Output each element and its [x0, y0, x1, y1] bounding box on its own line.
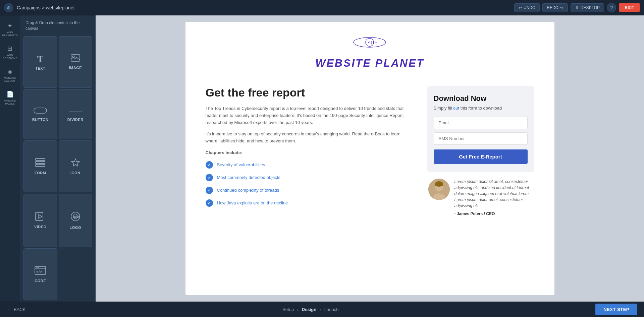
step-launch: Launch [324, 307, 339, 312]
text-icon: T [37, 54, 44, 64]
canvas-page: <|7> WEBSITE PLANET Get the free report … [185, 22, 554, 295]
list-item-4: ✓ How Java exploits are on the decline [206, 199, 414, 207]
manage-pages-icon: 📄 [6, 90, 14, 98]
svg-rect-2 [34, 108, 47, 113]
help-icon: ? [610, 5, 613, 10]
elements-sidebar: Drag & Drop elements into the canvas T T… [20, 15, 96, 302]
button-label: BUTTON [32, 118, 49, 122]
element-text[interactable]: T TEXT [23, 36, 57, 88]
element-button[interactable]: BUTTON [23, 89, 57, 139]
logo-text: WEBSITE PLANET [315, 57, 424, 69]
download-box: Download Now Simply fill out this form t… [427, 86, 534, 172]
list-item-3-text: Continued complexity of threads [217, 188, 279, 193]
add-sections-label: ADD SECTIONS [3, 54, 17, 60]
content-right: Download Now Simply fill out this form t… [427, 86, 534, 217]
exit-button[interactable]: EXIT [619, 3, 640, 12]
desktop-button[interactable]: 🖥 DESKTOP [571, 3, 604, 12]
sidebar-header: Drag & Drop elements into the canvas [20, 15, 96, 35]
element-video[interactable]: VIDEO [23, 194, 57, 247]
list-item-2-text: Most commonly detected objects [217, 175, 280, 180]
content-left: Get the free report The Top Trends in Cy… [206, 86, 414, 217]
image-label: IMAGE [69, 66, 82, 70]
help-button[interactable]: ? [607, 3, 616, 12]
svg-marker-9 [38, 214, 42, 218]
undo-label: UNDO [524, 5, 535, 10]
check-icon-3: ✓ [206, 187, 213, 194]
submit-button[interactable]: Get Free E-Report [434, 149, 528, 164]
list-item-1: ✓ Severity of vulnerabilities [206, 161, 414, 169]
logo-label: LOGO [70, 226, 81, 230]
topbar-left: ⊛ Campaigns > websiteplanet [4, 3, 74, 12]
canvas-area: <|7> WEBSITE PLANET Get the free report … [96, 15, 644, 302]
svg-rect-6 [36, 165, 45, 167]
testimonial-text-block: Lorem ipsum dolor sit amet, consectetuer… [454, 179, 533, 217]
desktop-label: DESKTOP [581, 5, 600, 10]
svg-text:<|7>: <|7> [368, 40, 377, 45]
nav-manage-pages[interactable]: 📄 MANAGE PAGES [1, 87, 19, 109]
manage-layout-icon: ◈ [8, 68, 12, 75]
form-icon [35, 158, 45, 169]
main-area: ✦ ADD ELEMENTS ⊞ ADD SECTIONS ◈ MANAGE L… [0, 15, 644, 302]
sms-field[interactable] [434, 132, 528, 145]
email-field[interactable] [434, 117, 528, 129]
back-icon: ← [7, 307, 11, 312]
manage-layout-label: MANAGE LAYOUT [4, 76, 16, 82]
redo-icon: ↪ [560, 5, 564, 10]
redo-label: REDO [547, 5, 558, 10]
nav-manage-layout[interactable]: ◈ MANAGE LAYOUT [1, 64, 19, 86]
testimonial-author: - James Peters / CEO [454, 211, 533, 217]
elements-grid: T TEXT IMAGE [20, 35, 96, 302]
add-sections-icon: ⊞ [7, 45, 12, 52]
element-logo[interactable]: LOGO LOGO [59, 194, 93, 247]
form-label: FORM [35, 171, 46, 175]
element-code[interactable]: ●●● </> CODE [23, 248, 57, 300]
svg-marker-7 [71, 159, 79, 166]
element-divider[interactable]: DIVIDER [59, 89, 93, 139]
download-title: Download Now [434, 94, 528, 103]
text-label: TEXT [35, 66, 45, 70]
list-item-2: ✓ Most commonly detected objects [206, 174, 414, 181]
divider-icon [69, 107, 82, 116]
list-item-4-text: How Java exploits are on the decline [217, 200, 288, 205]
code-icon: ●●● </> [35, 266, 46, 277]
testimonial: Lorem ipsum dolor sit amet, consectetuer… [427, 179, 534, 217]
element-image[interactable]: IMAGE [59, 36, 93, 88]
checklist: ✓ Severity of vulnerabilities ✓ Most com… [206, 161, 414, 207]
element-form[interactable]: FORM [23, 140, 57, 192]
element-icon[interactable]: ICON [59, 140, 93, 192]
svg-text:LOGO: LOGO [71, 215, 80, 219]
check-icon-1: ✓ [206, 161, 213, 169]
nav-add-elements[interactable]: ✦ ADD ELEMENTS [1, 19, 19, 40]
svg-text:</>: </> [36, 270, 42, 273]
undo-icon: ↩ [519, 5, 522, 10]
bottom-bar: ← BACK Setup › Design › Launch NEXT STEP [0, 302, 644, 317]
page-body: Get the free report The Top Trends in Cy… [185, 76, 554, 230]
add-elements-label: ADD ELEMENTS [2, 31, 18, 37]
svg-rect-5 [36, 162, 45, 164]
chevron-2: › [320, 308, 321, 312]
add-elements-icon: ✦ [7, 22, 12, 29]
redo-button[interactable]: REDO ↪ [542, 3, 568, 12]
button-icon [34, 107, 47, 116]
testimonial-avatar [428, 179, 450, 200]
icon-icon [71, 158, 80, 169]
page-heading: Get the free report [206, 86, 414, 99]
check-icon-2: ✓ [206, 174, 213, 181]
list-item-1-text: Severity of vulnerabilities [217, 162, 265, 167]
chevron-1: › [297, 308, 299, 312]
topbar-right: ↩ UNDO REDO ↪ 🖥 DESKTOP ? EXIT [514, 3, 640, 12]
list-item-3: ✓ Continued complexity of threads [206, 187, 414, 194]
step-design: Design [302, 307, 316, 312]
steps-nav: Setup › Design › Launch [282, 307, 338, 312]
divider-label: DIVIDER [67, 118, 84, 122]
logo-icon: ⊛ [7, 5, 11, 10]
nav-add-sections[interactable]: ⊞ ADD SECTIONS [1, 42, 19, 63]
planet-logo-svg: <|7> [350, 32, 390, 56]
paragraph-1: The Top Trends in Cybersecurity report i… [206, 105, 414, 126]
back-button[interactable]: ← BACK [7, 307, 25, 312]
video-icon [35, 212, 45, 223]
chapters-title: Chapters include: [206, 149, 414, 156]
video-label: VIDEO [34, 225, 47, 229]
undo-button[interactable]: ↩ UNDO [514, 3, 540, 12]
next-step-button[interactable]: NEXT STEP [595, 304, 637, 315]
